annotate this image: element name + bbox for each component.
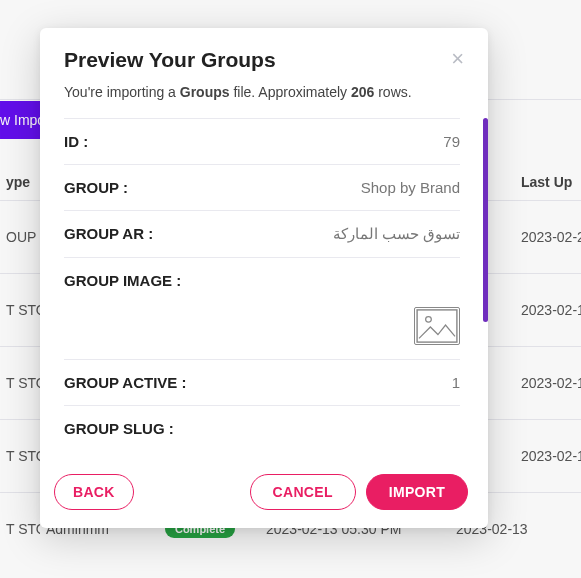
field-label: GROUP ACTIVE : xyxy=(64,374,187,391)
modal-title: Preview Your Groups xyxy=(64,48,276,72)
preview-row-group-ar: GROUP AR : تسوق حسب الماركة xyxy=(64,210,460,257)
cancel-button[interactable]: CANCEL xyxy=(250,474,356,510)
svg-point-1 xyxy=(426,317,432,323)
modal-scroll-area[interactable]: ID : 79 GROUP : Shop by Brand GROUP AR :… xyxy=(64,118,470,458)
close-icon[interactable]: × xyxy=(451,48,464,70)
preview-row-id: ID : 79 xyxy=(64,118,460,164)
modal-subtitle: You're importing a Groups file. Approxim… xyxy=(40,84,488,118)
field-label: GROUP SLUG : xyxy=(64,420,174,437)
modal-header: Preview Your Groups × xyxy=(40,28,488,84)
modal-footer: BACK CANCEL IMPORT xyxy=(40,458,488,528)
import-button[interactable]: IMPORT xyxy=(366,474,468,510)
preview-groups-modal: Preview Your Groups × You're importing a… xyxy=(40,28,488,528)
scrollbar[interactable] xyxy=(483,118,488,322)
preview-row-group-active: GROUP ACTIVE : 1 xyxy=(64,359,460,405)
field-value: Shop by Brand xyxy=(361,179,460,196)
modal-body: ID : 79 GROUP : Shop by Brand GROUP AR :… xyxy=(40,118,488,458)
field-label: GROUP AR : xyxy=(64,225,153,242)
field-value: تسوق حسب الماركة xyxy=(333,225,460,243)
field-value: 79 xyxy=(443,133,460,150)
image-placeholder-icon xyxy=(414,307,460,345)
field-label: ID : xyxy=(64,133,88,150)
field-label: GROUP : xyxy=(64,179,128,196)
field-value: 1 xyxy=(452,374,460,391)
preview-row-group: GROUP : Shop by Brand xyxy=(64,164,460,210)
field-label: GROUP IMAGE : xyxy=(64,272,181,289)
back-button[interactable]: BACK xyxy=(54,474,134,510)
preview-row-group-slug: GROUP SLUG : xyxy=(64,405,460,437)
preview-row-group-image: GROUP IMAGE : xyxy=(64,257,460,359)
svg-rect-0 xyxy=(417,310,457,342)
